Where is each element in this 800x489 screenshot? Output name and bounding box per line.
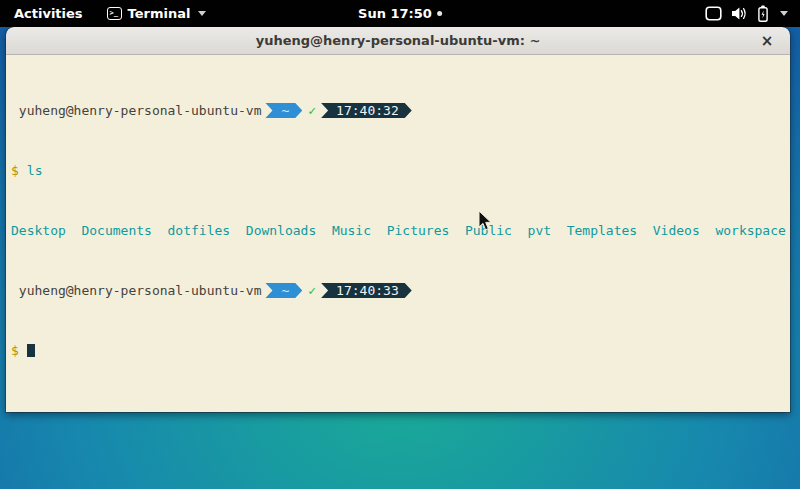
window-titlebar[interactable]: yuheng@henry-personal-ubuntu-vm: ~ × [6, 27, 790, 55]
chevron-down-icon [780, 11, 788, 16]
prompt-user-host: yuheng@henry-personal-ubuntu-vm [11, 283, 261, 298]
volume-icon [731, 6, 748, 21]
command-text: ls [27, 163, 43, 178]
activities-button[interactable]: Activities [0, 0, 97, 27]
chevron-down-icon [198, 11, 206, 16]
system-status-menu[interactable] [693, 0, 800, 27]
terminal-window: yuheng@henry-personal-ubuntu-vm: ~ × yuh… [6, 27, 790, 412]
prompt-status-check-icon: ✓ [308, 283, 316, 298]
terminal-screen[interactable]: yuheng@henry-personal-ubuntu-vm ~ ✓ 17:4… [6, 55, 790, 412]
prompt-status-check-icon: ✓ [308, 103, 316, 118]
window-title: yuheng@henry-personal-ubuntu-vm: ~ [256, 33, 541, 48]
current-command-line: $ [11, 343, 790, 358]
prompt-user-host: yuheng@henry-personal-ubuntu-vm [11, 103, 261, 118]
ls-output-line: Desktop Documents dotfiles Downloads Mus… [11, 223, 790, 238]
prompt-time-segment: 17:40:33 [321, 283, 412, 298]
close-button[interactable]: × [754, 27, 780, 54]
terminal-cursor [27, 344, 35, 357]
gnome-top-bar: Activities >_ Terminal Sun 17:50 [0, 0, 800, 27]
prompt-time-segment: 17:40:32 [321, 103, 412, 118]
prompt-cwd-segment: ~ [265, 283, 302, 298]
clock-label: Sun 17:50 [358, 6, 432, 21]
command-line: $ ls [11, 163, 790, 178]
clock-button[interactable]: Sun 17:50 [358, 0, 442, 27]
notification-dot-icon [437, 11, 442, 16]
battery-charging-icon [757, 5, 769, 22]
prompt-symbol: $ [11, 343, 19, 358]
prompt-cwd-segment: ~ [265, 103, 302, 118]
prompt-line: yuheng@henry-personal-ubuntu-vm ~ ✓ 17:4… [11, 103, 790, 118]
app-menu-terminal[interactable]: >_ Terminal [97, 0, 217, 27]
mouse-pointer-icon [478, 210, 492, 232]
screen-icon [705, 6, 722, 21]
terminal-app-icon: >_ [107, 7, 122, 20]
top-bar-left: Activities >_ Terminal [0, 0, 216, 27]
prompt-symbol: $ [11, 163, 19, 178]
app-menu-label: Terminal [128, 6, 191, 21]
prompt-line: yuheng@henry-personal-ubuntu-vm ~ ✓ 17:4… [11, 283, 790, 298]
